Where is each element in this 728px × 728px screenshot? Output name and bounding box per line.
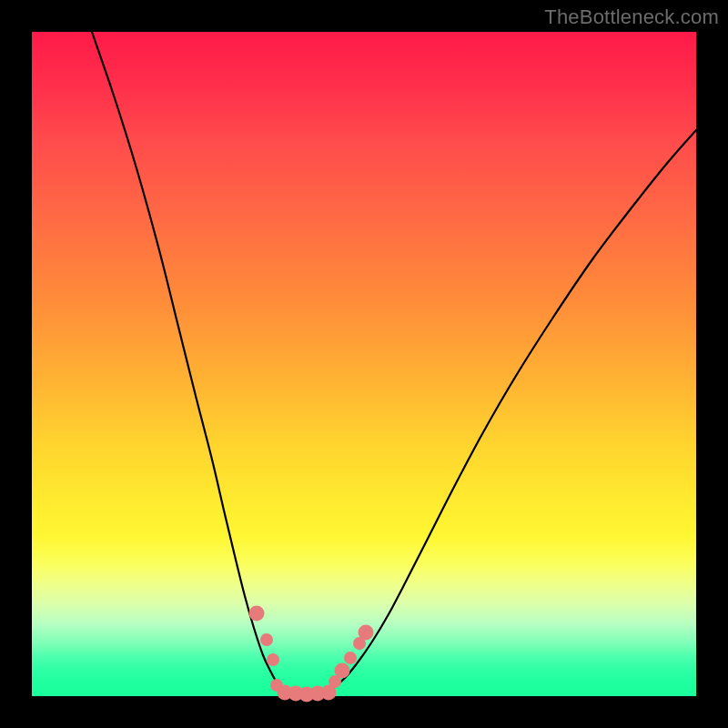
chart-marker-dot [335,663,350,679]
chart-marker-dot [267,653,279,666]
chart-marker-dot [359,625,374,641]
chart-svg [32,32,696,696]
chart-marker-dot [344,652,357,664]
chart-plot-area [32,32,696,696]
chart-curve [92,32,696,694]
watermark-text: TheBottleneck.com [544,5,719,29]
chart-marker-dot [249,606,265,622]
chart-marker-dot [260,633,273,646]
chart-markers [249,606,374,703]
chart-frame: TheBottleneck.com [0,0,728,728]
